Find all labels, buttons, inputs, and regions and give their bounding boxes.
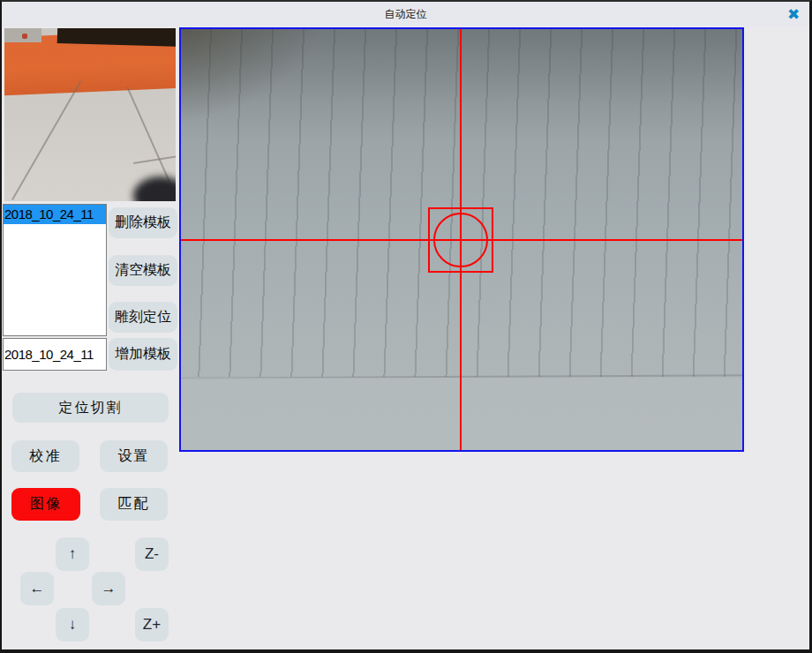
- template-name-input[interactable]: [3, 338, 107, 371]
- delete-template-button[interactable]: 删除模板: [109, 207, 177, 238]
- image-button[interactable]: 图像: [11, 488, 80, 521]
- settings-button[interactable]: 设置: [100, 440, 168, 472]
- jog-down-button[interactable]: ↓: [56, 608, 89, 642]
- title-bar: 自动定位 ✖: [2, 2, 809, 26]
- target-circle-overlay: [433, 213, 488, 267]
- camera-bottom-area: [181, 378, 742, 450]
- match-button[interactable]: 匹配: [100, 488, 168, 521]
- template-list-item[interactable]: 2018_10_24_11: [4, 205, 106, 224]
- jog-left-button[interactable]: ←: [20, 572, 54, 605]
- jog-right-button[interactable]: →: [92, 572, 125, 605]
- template-thumbnail: [4, 28, 176, 201]
- close-icon[interactable]: ✖: [783, 4, 804, 25]
- jog-z-minus-button[interactable]: Z-: [135, 537, 169, 571]
- thumbnail-tile-line: [11, 81, 81, 200]
- calibrate-button[interactable]: 校准: [11, 440, 79, 472]
- auto-position-dialog: 自动定位 ✖ 2018_10_24_11 删除模板 清空模板 雕刻定位 增加模板…: [0, 0, 812, 653]
- thumbnail-dark-object: [133, 176, 176, 201]
- position-cut-button[interactable]: 定位切割: [12, 393, 169, 423]
- clear-templates-button[interactable]: 清空模板: [109, 255, 177, 286]
- dialog-title: 自动定位: [2, 2, 809, 26]
- template-list[interactable]: 2018_10_24_11: [3, 204, 107, 336]
- camera-live-view[interactable]: [179, 27, 744, 452]
- jog-up-button[interactable]: ↑: [56, 537, 89, 571]
- add-template-button[interactable]: 增加模板: [109, 338, 177, 371]
- engrave-position-button[interactable]: 雕刻定位: [109, 302, 177, 333]
- jog-z-plus-button[interactable]: Z+: [135, 608, 169, 642]
- thumbnail-tile-line: [133, 155, 176, 164]
- thumbnail-red-speck: [22, 34, 27, 39]
